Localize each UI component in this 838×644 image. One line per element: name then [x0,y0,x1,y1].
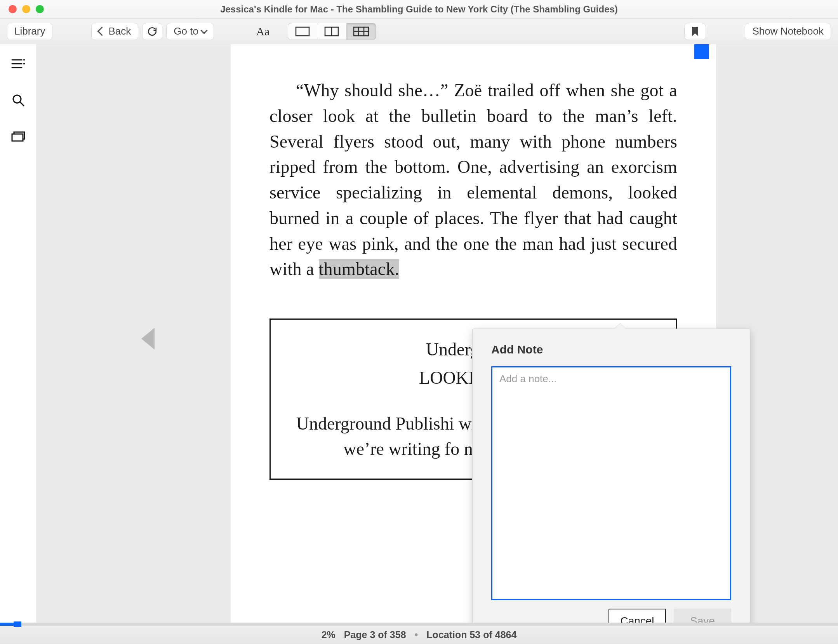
multi-column-icon [353,26,370,37]
paragraph-text: “Why should she…” Zoë trailed off when s… [269,80,677,279]
separator-dot: • [415,629,418,641]
reading-pane: “Why should she…” Zoë trailed off when s… [37,44,838,625]
font-icon: Aa [256,25,269,38]
single-column-icon [295,26,310,37]
page-marker[interactable] [694,44,709,59]
window-controls [0,5,44,13]
search-button[interactable] [10,92,26,108]
flashcards-button[interactable] [10,129,26,144]
previous-page-button[interactable] [141,328,155,350]
fullscreen-window-button[interactable] [36,5,44,13]
svg-rect-0 [296,27,309,36]
back-button[interactable]: Back [91,23,138,40]
svg-point-11 [23,63,25,64]
goto-label: Go to [174,25,198,37]
progress-knob[interactable] [14,621,21,627]
toolbar: Library Back Go to Aa [0,19,838,44]
svg-line-13 [20,102,24,106]
chevron-down-icon [202,25,207,37]
progress-bar[interactable] [0,623,838,626]
progress-percent: 2% [322,629,336,641]
popover-actions: Cancel Save [473,600,750,625]
library-label: Library [14,25,45,37]
chevron-left-icon [99,25,105,37]
library-button[interactable]: Library [7,23,52,40]
minimize-window-button[interactable] [22,5,30,13]
two-column-icon [324,26,339,37]
back-label: Back [108,25,131,37]
goto-button[interactable]: Go to [166,23,214,40]
svg-rect-14 [12,134,23,141]
bookmark-icon [691,26,699,37]
show-notebook-label: Show Notebook [752,25,824,37]
content-area: “Why should she…” Zoë trailed off when s… [0,44,838,625]
location-indicator: Location 53 of 4864 [426,629,516,641]
sync-icon [147,26,157,37]
show-notebook-button[interactable]: Show Notebook [745,23,831,40]
footer: 2% Page 3 of 358 • Location 53 of 4864 [0,625,838,644]
font-settings-button[interactable]: Aa [253,23,273,40]
close-window-button[interactable] [9,5,17,13]
layout-multi-column[interactable] [347,23,376,40]
layout-two-column[interactable] [317,23,347,40]
svg-point-10 [23,59,25,61]
popover-title: Add Note [473,329,750,366]
paragraph: “Why should she…” Zoë trailed off when s… [269,78,677,282]
layout-single-column[interactable] [288,23,317,40]
note-textarea[interactable] [491,366,731,600]
toc-button[interactable] [10,56,26,71]
search-icon [12,94,25,107]
page-indicator: Page 3 of 358 [344,629,406,641]
window-title: Jessica's Kindle for Mac - The Shambling… [220,4,618,15]
titlebar: Jessica's Kindle for Mac - The Shambling… [0,0,838,19]
layout-segmented-control [288,23,376,40]
add-note-popover: Add Note Cancel Save [472,329,750,625]
bookmark-button[interactable] [684,23,706,40]
left-sidebar [0,44,37,625]
highlighted-text[interactable]: thumbtack. [319,259,400,279]
cards-icon [11,131,26,143]
sync-button[interactable] [142,23,162,40]
toc-icon [11,58,26,70]
